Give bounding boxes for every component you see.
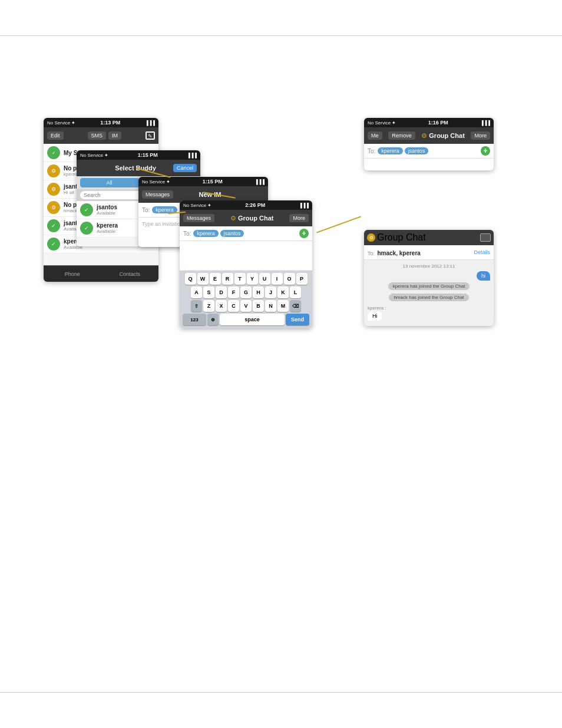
- screen3-to-label: To:: [142, 207, 150, 213]
- screen5-to-label: To:: [368, 148, 375, 154]
- key-x[interactable]: X: [216, 300, 227, 312]
- screen2-jsantos-name: jsantos: [97, 204, 117, 210]
- screen3-status-right: ▐▐▐: [254, 179, 265, 185]
- screen6-to-names: hmack, kperera: [377, 250, 420, 256]
- screen3-messages-button[interactable]: Messages: [142, 190, 173, 199]
- screen2-cancel-button[interactable]: Cancel: [173, 164, 197, 172]
- key-c[interactable]: C: [228, 300, 239, 312]
- screen1-mystatus-avatar: ✓: [47, 146, 60, 159]
- screen2-status-bar: No Service ✦ 1:15 PM ▐▐▐: [77, 150, 200, 160]
- screen1-item1-avatar: ⚙: [47, 164, 60, 177]
- screen6-sender-label: kperera :: [368, 305, 490, 311]
- screen2-jsantos-avatar: ✓: [80, 203, 93, 216]
- screen2-jsantos-info: jsantos Available: [97, 204, 117, 216]
- screen1-tab-bar: Phone Contacts: [44, 265, 158, 282]
- key-e[interactable]: E: [210, 273, 221, 285]
- screen5-more-button[interactable]: More: [471, 131, 490, 140]
- screen1-item5-avatar: ✓: [47, 238, 60, 251]
- screen6-compose-icon[interactable]: [480, 233, 491, 242]
- key-q[interactable]: Q: [185, 273, 196, 285]
- key-o[interactable]: O: [284, 273, 295, 285]
- key-delete[interactable]: ⌫: [290, 300, 301, 312]
- screen4-add-button[interactable]: +: [299, 229, 309, 238]
- screen6-hi-bubble-left: Hi: [368, 311, 382, 321]
- screen1-item2-avatar: ⚙: [47, 183, 60, 196]
- screen6-header: ⚙ Group Chat: [364, 230, 494, 245]
- screen2-status-center: 1:15 PM: [138, 152, 158, 158]
- screen1-tab-phone[interactable]: Phone: [44, 266, 101, 282]
- screen5-to-tag-jsantos[interactable]: jsantos: [405, 147, 429, 154]
- key-g[interactable]: G: [240, 286, 252, 298]
- screen2-status-left: No Service ✦: [80, 153, 108, 158]
- screen4-messages-button[interactable]: Messages: [183, 214, 214, 222]
- screen1-edit-button[interactable]: Edit: [47, 131, 64, 140]
- screen4-message-area: [180, 241, 312, 271]
- key-space[interactable]: space: [220, 314, 285, 325]
- key-n[interactable]: N: [265, 300, 276, 312]
- key-s[interactable]: S: [203, 286, 214, 298]
- key-k[interactable]: K: [277, 286, 289, 298]
- screen2-status-right: ▐▐▐: [187, 153, 197, 158]
- screen5-remove-button[interactable]: Remove: [388, 131, 415, 140]
- screen5-status-right: ▐▐▐: [480, 120, 490, 126]
- screen6-group-chat-messages: ⚙ Group Chat To: hmack, kperera Details …: [364, 230, 494, 326]
- screen3-status-bar: No Service ✦ 1:15 PM ▐▐▐: [138, 177, 268, 186]
- screen1-tab-contacts[interactable]: Contacts: [101, 266, 159, 282]
- screen2-seg-all[interactable]: All: [80, 178, 138, 187]
- screen1-sms-button[interactable]: SMS: [88, 131, 107, 140]
- screen4-to-tag-kperera[interactable]: kperera: [193, 230, 219, 237]
- key-d[interactable]: D: [216, 286, 227, 298]
- screen5-status-left: No Service ✦: [368, 120, 396, 126]
- key-f[interactable]: F: [228, 286, 239, 298]
- key-emoji[interactable]: ⊕: [207, 314, 219, 325]
- screen4-to-tag-jsantos[interactable]: jsantos: [220, 230, 244, 237]
- screen5-group-chat-top: No Service ✦ 1:16 PM ▐▐▐ Me Remove ⚙ Gro…: [364, 118, 494, 170]
- screen4-to-label: To:: [183, 230, 191, 237]
- screen1-tab-phone-label: Phone: [65, 271, 80, 277]
- arrow-line-4: [316, 216, 361, 233]
- screen1-im-button[interactable]: IM: [108, 131, 121, 140]
- key-l[interactable]: L: [290, 286, 301, 298]
- key-i[interactable]: I: [272, 273, 283, 285]
- key-j[interactable]: J: [265, 286, 276, 298]
- key-shift[interactable]: ⇧: [191, 300, 202, 312]
- screen6-system-msg2: hmack has joined the Group Chat: [389, 294, 468, 301]
- screen5-status-bar: No Service ✦ 1:16 PM ▐▐▐: [364, 118, 494, 127]
- key-v[interactable]: V: [240, 300, 252, 312]
- screen5-to-tag-kperera[interactable]: kperera: [378, 147, 403, 154]
- key-z[interactable]: Z: [203, 300, 214, 312]
- screen5-add-button[interactable]: +: [481, 146, 490, 156]
- screen2-kperera-sub: Available: [97, 229, 118, 234]
- screen4-nav-title: Group Chat: [238, 215, 274, 222]
- key-123[interactable]: 123: [183, 314, 206, 325]
- key-h[interactable]: H: [253, 286, 264, 298]
- screen6-to-bar: To: hmack, kperera Details: [364, 245, 494, 260]
- screen6-timestamp: 13 novembre 2012 13:11: [368, 263, 490, 269]
- key-a[interactable]: A: [191, 286, 202, 298]
- screen4-more-button[interactable]: More: [289, 214, 309, 222]
- key-r[interactable]: R: [222, 273, 233, 285]
- key-m[interactable]: M: [277, 300, 289, 312]
- screen4-status-right: ▐▐▐: [299, 203, 309, 208]
- screen1-status-bar: No Service ✦ 1:13 PM ▐▐▐: [44, 118, 158, 127]
- screen4-nav-bar: Messages ⚙ Group Chat More: [180, 210, 312, 226]
- key-y[interactable]: Y: [247, 273, 258, 285]
- key-send[interactable]: Send: [286, 314, 309, 325]
- key-p[interactable]: P: [296, 273, 308, 285]
- screen6-details-link[interactable]: Details: [474, 249, 490, 255]
- screen1-nav-bar: Edit SMS IM ✎: [44, 127, 158, 144]
- top-divider: [0, 35, 562, 36]
- screen4-status-bar: No Service ✦ 2:26 PM ▐▐▐: [180, 200, 312, 210]
- screen4-group-icon: ⚙: [230, 215, 236, 222]
- screen1-compose-icon[interactable]: ✎: [146, 131, 155, 140]
- key-b[interactable]: B: [253, 300, 264, 312]
- screen3-status-center: 1:15 PM: [203, 179, 223, 185]
- key-u[interactable]: U: [259, 273, 270, 285]
- screen4-status-left: No Service ✦: [183, 203, 211, 208]
- key-t[interactable]: T: [234, 273, 246, 285]
- key-w[interactable]: W: [197, 273, 209, 285]
- screen2-kperera-name: kperera: [97, 222, 118, 229]
- screen6-to-label: To:: [368, 251, 375, 256]
- screen5-status-center: 1:16 PM: [428, 120, 448, 126]
- screen5-me-button[interactable]: Me: [368, 131, 382, 140]
